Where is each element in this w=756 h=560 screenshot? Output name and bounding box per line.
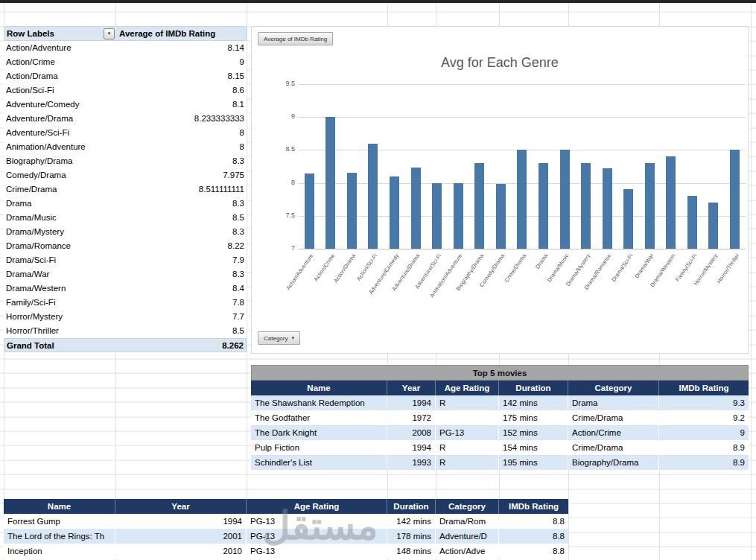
column-header[interactable]: Category: [436, 499, 499, 514]
column-header[interactable]: Age Rating: [436, 381, 499, 395]
table-cell[interactable]: 8.8: [499, 514, 568, 529]
table-cell[interactable]: R: [436, 395, 499, 410]
table-cell[interactable]: Pulp Fiction: [251, 440, 387, 455]
column-header[interactable]: Duration: [387, 499, 436, 514]
column-header[interactable]: Year: [387, 381, 436, 395]
pivot-row-label[interactable]: Drama/Western: [4, 281, 115, 296]
pivot-row-label[interactable]: Family/Sci-Fi: [4, 296, 115, 310]
pivot-row-label[interactable]: Comedy/Drama: [4, 168, 115, 182]
table-cell[interactable]: Schindler's List: [251, 455, 387, 470]
column-header[interactable]: Duration: [499, 381, 568, 395]
pivot-row-value[interactable]: 8.3: [115, 197, 247, 211]
table-cell[interactable]: Action/Crime: [568, 425, 659, 440]
pivot-row-label[interactable]: Horror/Thriller: [4, 324, 115, 338]
column-header[interactable]: IMDb Rating: [659, 381, 749, 395]
table-cell[interactable]: 9: [659, 425, 749, 440]
table-cell[interactable]: Drama: [568, 395, 659, 410]
table-cell[interactable]: 1972: [387, 410, 436, 425]
table-cell[interactable]: 1994: [387, 440, 436, 455]
table-cell[interactable]: 9.2: [659, 410, 749, 425]
pivot-row-value[interactable]: 8.22: [115, 239, 247, 253]
pivot-row-value[interactable]: 8.5: [115, 324, 247, 338]
pivot-row-value[interactable]: 8.1: [115, 98, 247, 112]
pivot-row-label[interactable]: Drama/Music: [4, 211, 115, 225]
table-cell[interactable]: Drama/Rom: [436, 514, 499, 529]
pivot-row-value[interactable]: 8: [115, 140, 247, 154]
table-cell[interactable]: 152 mins: [499, 425, 568, 440]
pivot-row-label[interactable]: Biography/Drama: [4, 154, 115, 168]
table-cell[interactable]: 154 mins: [499, 440, 568, 455]
pivot-row-value[interactable]: 8.233333333: [115, 112, 247, 126]
pivot-row-value[interactable]: 8.14: [115, 41, 247, 55]
pivot-row-value[interactable]: 7.8: [115, 296, 247, 310]
table-cell[interactable]: 2010: [115, 544, 247, 559]
pivot-row-value[interactable]: 8.511111111: [115, 182, 247, 197]
column-header[interactable]: Category: [568, 381, 659, 395]
pivot-row-label[interactable]: Action/Adventure: [4, 41, 115, 55]
table-cell[interactable]: [436, 410, 499, 425]
pivot-row-value[interactable]: 7.975: [115, 168, 247, 182]
table-cell[interactable]: PG-13: [436, 425, 499, 440]
table-cell[interactable]: 195 mins: [499, 455, 568, 470]
table-cell[interactable]: PG-13: [247, 544, 387, 559]
pivot-row-label[interactable]: Adventure/Drama: [4, 112, 115, 126]
pivot-row-label[interactable]: Action/Crime: [4, 55, 115, 69]
pivot-row-label[interactable]: Crime/Drama: [4, 182, 115, 197]
pivot-row-value[interactable]: 7.9: [115, 253, 247, 267]
pivot-row-label[interactable]: Action/Sci-Fi: [4, 83, 115, 98]
table-cell[interactable]: PG-13: [247, 514, 387, 529]
pivot-row-value[interactable]: 8.5: [115, 211, 247, 225]
top5-table-title[interactable]: Top 5 movies: [251, 365, 749, 381]
table-cell[interactable]: 1994: [387, 395, 436, 410]
pivot-row-value[interactable]: 8.3: [115, 154, 247, 168]
table-cell[interactable]: Forrest Gump: [4, 514, 115, 529]
table-cell[interactable]: 8.9: [659, 455, 749, 470]
pivot-row-value[interactable]: 7.7: [115, 310, 247, 324]
table-cell[interactable]: 175 mins: [499, 410, 568, 425]
grand-total-label[interactable]: Grand Total: [4, 339, 116, 351]
pivot-row-labels-header[interactable]: Row Labels ▾: [4, 27, 116, 40]
pivot-row-label[interactable]: Drama/War: [4, 267, 115, 281]
table-cell[interactable]: 8.8: [499, 529, 568, 544]
table-cell[interactable]: R: [436, 440, 499, 455]
row-labels-filter-button[interactable]: ▾: [104, 28, 115, 39]
pivot-row-value[interactable]: 8: [115, 126, 247, 140]
table-cell[interactable]: 148 mins: [387, 544, 436, 559]
chart-category-field-button[interactable]: Category ▾: [258, 331, 300, 345]
table-cell[interactable]: 9.3: [659, 395, 749, 410]
pivot-row-label[interactable]: Drama/Romance: [4, 239, 115, 253]
pivot-row-label[interactable]: Drama/Sci-Fi: [4, 253, 115, 267]
table-cell[interactable]: 1993: [387, 455, 436, 470]
grand-total-value[interactable]: 8.262: [116, 339, 246, 351]
pivot-row-label[interactable]: Action/Drama: [4, 69, 115, 83]
table-cell[interactable]: 1994: [115, 514, 247, 529]
table-cell[interactable]: 142 mins: [387, 514, 436, 529]
pivot-row-value[interactable]: 8.15: [115, 69, 247, 83]
table-cell[interactable]: 8.8: [499, 544, 568, 559]
column-header[interactable]: IMDb Rating: [499, 499, 568, 514]
table-cell[interactable]: The Godfather: [251, 410, 387, 425]
table-cell[interactable]: Crime/Drama: [568, 410, 659, 425]
column-header[interactable]: Name: [251, 381, 387, 395]
table-cell[interactable]: 2001: [115, 529, 247, 544]
pivot-row-label[interactable]: Adventure/Comedy: [4, 98, 115, 112]
pivot-row-label[interactable]: Adventure/Sci-Fi: [4, 126, 115, 140]
pivot-row-value[interactable]: 8.6: [115, 83, 247, 98]
table-cell[interactable]: The Shawshank Redemption: [251, 395, 387, 410]
pivot-row-label[interactable]: Animation/Adventure: [4, 140, 115, 154]
table-cell[interactable]: R: [436, 455, 499, 470]
column-header[interactable]: Year: [115, 499, 247, 514]
pivot-row-label[interactable]: Drama/Mystery: [4, 225, 115, 239]
pivot-row-label[interactable]: Drama: [4, 197, 115, 211]
column-header[interactable]: Name: [4, 499, 115, 514]
table-cell[interactable]: 142 mins: [499, 395, 568, 410]
table-cell[interactable]: Action/Adve: [436, 544, 499, 559]
table-cell[interactable]: 8.9: [659, 440, 749, 455]
table-cell[interactable]: Biography/Drama: [568, 455, 659, 470]
table-cell[interactable]: Crime/Drama: [568, 440, 659, 455]
table-cell[interactable]: 2008: [387, 425, 436, 440]
column-header[interactable]: Age Rating: [247, 499, 387, 514]
table-cell[interactable]: PG-13: [247, 529, 387, 544]
pivot-row-value[interactable]: 9: [115, 55, 247, 69]
table-cell[interactable]: The Dark Knight: [251, 425, 387, 440]
